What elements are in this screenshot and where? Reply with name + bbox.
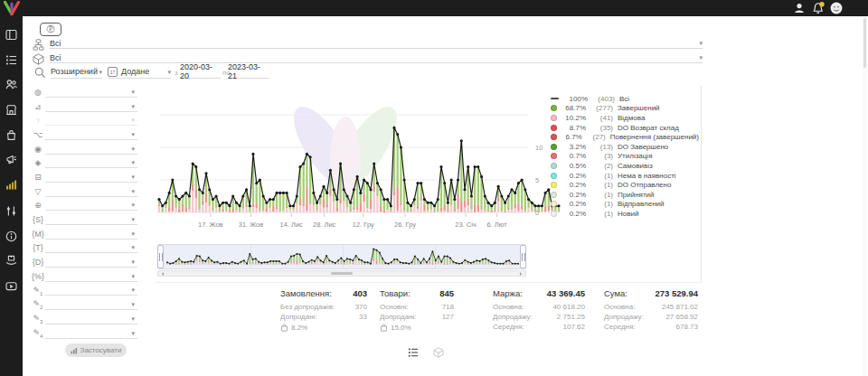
svg-text:12. Гру: 12. Гру bbox=[353, 221, 374, 229]
sidebar-item-info[interactable]: .s{fill:none;stroke:#d6d6d6;stroke-width… bbox=[0, 224, 23, 248]
stat-sub-row: Середня:678.73 bbox=[604, 322, 698, 332]
stat-sub-row: Основна:40 618.20 bbox=[493, 302, 585, 312]
product-filter-value: Всі bbox=[50, 53, 61, 62]
custom-field-3-select[interactable]: ▾ bbox=[45, 314, 137, 324]
custom-d-filter-select[interactable]: ▾ bbox=[45, 257, 137, 268]
legend-color-swatch bbox=[551, 192, 557, 198]
custom-field-2-select[interactable]: ▾ bbox=[45, 299, 137, 310]
chart-minimap[interactable] bbox=[157, 244, 526, 269]
stat-column: Замовлення:403Без допродажів:370Допродан… bbox=[280, 288, 367, 332]
stat-sub-label: Середня: bbox=[604, 322, 636, 332]
legend-item[interactable]: 68.7%(277)Завершений bbox=[551, 104, 699, 114]
user-icon[interactable] bbox=[794, 3, 805, 14]
stat-sub-value: 40 618.20 bbox=[552, 302, 585, 312]
brush-handle-left[interactable] bbox=[157, 245, 164, 268]
funnel-filter-icon: ▽ bbox=[31, 187, 45, 196]
custom-field-1-icon: ✎1 bbox=[31, 286, 45, 296]
search-mode-select[interactable]: Розширений ▾ bbox=[51, 65, 102, 79]
legend-item[interactable]: 0.2%(1)Прийнятий bbox=[551, 190, 699, 200]
custom-m-filter-select[interactable]: ▾ bbox=[45, 229, 137, 240]
chart-filter-select[interactable]: ▾ bbox=[45, 101, 137, 112]
stat-sub-row: Допродані:127 bbox=[380, 312, 454, 322]
date-from-input[interactable]: 2020-03-20 bbox=[180, 65, 221, 79]
search-icon[interactable] bbox=[34, 67, 46, 79]
date-field-select[interactable]: 17 Додане ▾ bbox=[108, 65, 171, 79]
orders-list-view-toggle[interactable] bbox=[406, 346, 420, 359]
legend-color-swatch bbox=[551, 173, 557, 179]
funnel-filter-select[interactable]: ▾ bbox=[45, 186, 137, 197]
custom-s-filter-select[interactable]: ▾ bbox=[45, 214, 137, 225]
avatar-icon[interactable] bbox=[830, 2, 843, 14]
brush-handle-right[interactable] bbox=[520, 245, 526, 268]
legend-item[interactable]: 10.2%(41)Відмова bbox=[551, 113, 699, 123]
site-filter-select[interactable]: ▾ bbox=[45, 200, 137, 211]
legend-count: (1) bbox=[586, 172, 613, 180]
legend-count: (1) bbox=[586, 200, 613, 208]
chevron-down-icon: ▾ bbox=[131, 103, 135, 109]
custom-field-4-select[interactable]: ▾ bbox=[45, 328, 137, 339]
sidebar-item-dashboard[interactable]: .s{fill:none;stroke:#d6d6d6;stroke-width… bbox=[0, 23, 23, 46]
legend-item[interactable]: 0.2%(1)Новий bbox=[551, 209, 699, 219]
stat-sub-label: Допродажу: bbox=[604, 312, 644, 322]
page-scrollbar[interactable] bbox=[863, 16, 867, 376]
legend-item[interactable]: 0.2%(1)DO Отправлено bbox=[551, 180, 699, 190]
legend-percent: 10.2% bbox=[557, 114, 586, 122]
hierarchy-filter-select[interactable]: ▾ bbox=[45, 129, 137, 140]
status-tree-icon bbox=[33, 39, 44, 51]
custom-t-filter-select[interactable]: ▾ bbox=[45, 242, 137, 253]
status-filter-select[interactable]: Всі ▾ bbox=[50, 38, 703, 49]
scroll-left-arrow-icon[interactable] bbox=[160, 272, 164, 276]
stat-title-row: Замовлення:403 bbox=[280, 288, 367, 298]
custom-d-filter: {D}▾ bbox=[31, 255, 137, 269]
chart-hscrollbar[interactable] bbox=[157, 270, 526, 277]
product-filter-select[interactable]: Всі ▾ bbox=[50, 52, 703, 63]
sidebar-item-settings[interactable]: .s{fill:none;stroke:#d6d6d6;stroke-width… bbox=[0, 199, 23, 222]
chevron-down-icon: ▾ bbox=[131, 273, 135, 279]
legend-item[interactable]: 100%(403)Всі bbox=[551, 94, 699, 104]
sphere-filter-select[interactable]: ▾ bbox=[45, 87, 137, 98]
legend-item[interactable]: 0.2%(1)Відправлений bbox=[551, 200, 699, 210]
calendar-icon: 17 bbox=[108, 67, 118, 77]
sidebar-item-clients[interactable]: .s{fill:none;stroke:#d6d6d6;stroke-width… bbox=[0, 72, 23, 96]
date-field-value: Додане bbox=[121, 67, 149, 76]
marketplace-source-icon[interactable]: Ⓟ bbox=[40, 23, 61, 36]
products-view-toggle[interactable] bbox=[431, 346, 446, 359]
sidebar-item-purchases[interactable]: .s{fill:none;stroke:#d6d6d6;stroke-width… bbox=[0, 123, 23, 146]
legend-label: Завершений bbox=[618, 104, 660, 112]
app-logo[interactable] bbox=[4, 1, 20, 15]
stat-sub-row: Середня:107.62 bbox=[493, 322, 585, 332]
apply-button[interactable]: Застосувати bbox=[65, 343, 127, 357]
sidebar-item-analytics[interactable]: .s{fill:none;stroke:#d6d6d6;stroke-width… bbox=[0, 173, 23, 196]
legend-item[interactable]: 0.7%(3)Утилізація bbox=[551, 152, 699, 162]
sidebar-item-marketing[interactable]: .s{fill:none;stroke:#d6d6d6;stroke-width… bbox=[0, 147, 23, 171]
chevron-down-icon: ▾ bbox=[131, 202, 135, 208]
legend-label: Новий bbox=[618, 210, 638, 218]
bell-icon[interactable] bbox=[812, 2, 825, 14]
custom-field-1-select[interactable]: ▾ bbox=[45, 285, 137, 296]
search-mode-value: Розширений bbox=[51, 67, 98, 76]
vscroll-thumb[interactable] bbox=[863, 18, 866, 68]
hscroll-thumb[interactable] bbox=[331, 272, 353, 275]
custom-pct-filter-select[interactable]: ▾ bbox=[45, 271, 137, 282]
sidebar-item-video-help[interactable]: .s{fill:none;stroke:#d6d6d6;stroke-width… bbox=[0, 274, 23, 297]
legend-item[interactable]: 8.7%(35)DO Возврат склад bbox=[551, 123, 699, 133]
scroll-right-arrow-icon[interactable] bbox=[520, 272, 524, 276]
legend-item[interactable]: 0.5%(2)Самовивіз bbox=[551, 161, 699, 171]
stat-title-row: Сума:273 529.94 bbox=[604, 288, 698, 298]
stat-sub-label: Допродані: bbox=[280, 312, 317, 322]
icon-index: 1 bbox=[40, 290, 42, 296]
sidebar-item-packages[interactable]: .s{fill:none;stroke:#d6d6d6;stroke-width… bbox=[0, 249, 23, 272]
date-to-input[interactable]: 2023-03-21 bbox=[228, 65, 269, 79]
custom-pct-filter-icon: {%} bbox=[31, 272, 45, 281]
legend-item[interactable]: 0.2%(1)Нема в наявності bbox=[551, 171, 699, 181]
chevron-down-icon: ▾ bbox=[131, 146, 135, 152]
stat-title: Товари: bbox=[380, 288, 410, 298]
legend-item[interactable]: 6.7%(27)Повернення (завершений) bbox=[551, 132, 699, 142]
orders-chart: 17. Жов31. Жов14. Лис28. Лис12. Гру26. Г… bbox=[156, 88, 562, 236]
payment-filter-select[interactable]: ▾ bbox=[45, 172, 137, 183]
sidebar-item-store[interactable]: .s{fill:none;stroke:#d6d6d6;stroke-width… bbox=[0, 98, 23, 121]
sidebar-item-orders[interactable]: .s{fill:none;stroke:#d6d6d6;stroke-width… bbox=[0, 48, 23, 71]
contact-filter-select[interactable]: ▾ bbox=[45, 144, 137, 155]
package-filter-select[interactable]: ▾ bbox=[45, 157, 137, 168]
legend-item[interactable]: 3.2%(13)DO Завершено bbox=[551, 142, 699, 152]
